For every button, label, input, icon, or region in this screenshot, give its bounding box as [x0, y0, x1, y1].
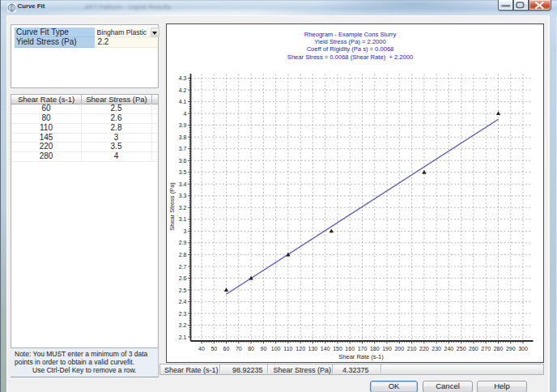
- svg-text:70: 70: [235, 346, 241, 352]
- svg-text:2.8: 2.8: [178, 252, 186, 258]
- svg-text:290: 290: [505, 346, 515, 352]
- svg-text:2.4: 2.4: [178, 299, 186, 305]
- svg-text:4: 4: [183, 111, 186, 117]
- svg-text:300: 300: [518, 346, 528, 352]
- svg-text:200: 200: [394, 346, 404, 352]
- svg-text:170: 170: [357, 346, 367, 352]
- svg-text:130: 130: [308, 346, 317, 352]
- svg-text:Yield Stress (Pa) = 2.2000: Yield Stress (Pa) = 2.2000: [314, 38, 386, 45]
- svg-text:Rheogram - Example Cons Slurry: Rheogram - Example Cons Slurry: [304, 31, 396, 38]
- svg-text:3.4: 3.4: [178, 181, 186, 187]
- svg-text:2.7: 2.7: [178, 264, 186, 270]
- svg-text:4.2: 4.2: [178, 87, 186, 93]
- svg-text:260: 260: [469, 346, 478, 352]
- svg-text:250: 250: [456, 346, 466, 352]
- svg-text:90: 90: [260, 346, 266, 352]
- svg-text:2.2: 2.2: [178, 322, 186, 328]
- svg-text:2.3: 2.3: [178, 311, 186, 317]
- svg-text:2.6: 2.6: [178, 275, 186, 281]
- svg-text:2.5: 2.5: [178, 288, 186, 293]
- svg-text:180: 180: [369, 346, 379, 352]
- svg-text:Shear Rate (s-1): Shear Rate (s-1): [338, 353, 384, 360]
- svg-text:110: 110: [283, 346, 292, 352]
- svg-text:2.1: 2.1: [178, 334, 186, 340]
- svg-text:280: 280: [493, 346, 503, 352]
- svg-text:60: 60: [223, 346, 229, 352]
- svg-text:210: 210: [406, 346, 416, 352]
- svg-text:100: 100: [270, 346, 280, 352]
- svg-text:150: 150: [333, 346, 342, 352]
- svg-text:4.3: 4.3: [178, 75, 186, 81]
- svg-text:3.2: 3.2: [178, 205, 186, 211]
- svg-text:2.9: 2.9: [178, 240, 186, 245]
- svg-text:270: 270: [481, 346, 491, 352]
- svg-text:3.7: 3.7: [178, 146, 186, 151]
- svg-text:120: 120: [296, 346, 305, 352]
- svg-text:40: 40: [198, 346, 205, 352]
- svg-text:3.5: 3.5: [178, 169, 186, 175]
- svg-text:Shear Stress = 0.0068 (Shear R: Shear Stress = 0.0068 (Shear Rate) + 2.2…: [287, 53, 412, 61]
- svg-text:3: 3: [183, 228, 186, 234]
- svg-text:4.1: 4.1: [178, 99, 186, 104]
- svg-text:220: 220: [419, 346, 429, 352]
- svg-text:3.3: 3.3: [178, 193, 186, 198]
- svg-text:3.9: 3.9: [178, 122, 186, 128]
- svg-text:Shear Stress (Pa): Shear Stress (Pa): [168, 182, 176, 231]
- svg-text:3.1: 3.1: [178, 216, 186, 222]
- svg-text:190: 190: [382, 346, 392, 352]
- svg-text:160: 160: [345, 346, 355, 352]
- svg-text:140: 140: [320, 346, 330, 352]
- svg-text:Coeff of Rigidity (Pa s) = 0.0: Coeff of Rigidity (Pa s) = 0.0068: [306, 45, 393, 53]
- svg-text:50: 50: [210, 346, 217, 352]
- svg-text:230: 230: [432, 346, 441, 352]
- svg-text:80: 80: [248, 346, 254, 352]
- svg-text:240: 240: [444, 346, 453, 352]
- svg-text:3.8: 3.8: [178, 134, 186, 140]
- svg-text:3.6: 3.6: [178, 158, 186, 164]
